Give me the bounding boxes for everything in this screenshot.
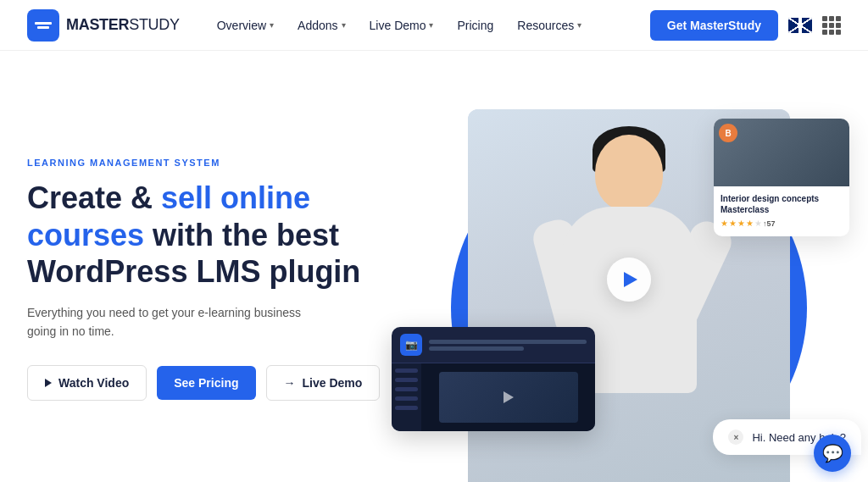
course-card-image: B xyxy=(714,119,849,186)
language-flag-icon[interactable] xyxy=(788,18,812,33)
hero-title: Create & sell online courses with the be… xyxy=(27,180,417,290)
hero-eyebrow: LEARNING MANAGEMENT SYSTEM xyxy=(27,158,417,168)
arrow-right-icon: → xyxy=(284,376,296,390)
watch-video-button[interactable]: Watch Video xyxy=(27,365,147,401)
nav-links: Overview ▾ Addons ▾ Live Demo ▾ Pricing … xyxy=(207,12,650,39)
zoom-icon: 📷 xyxy=(400,334,422,356)
nav-item-livedemo[interactable]: Live Demo ▾ xyxy=(359,12,444,39)
chat-icon: 💬 xyxy=(822,443,843,463)
navbar: MASTERSTUDY Overview ▾ Addons ▾ Live Dem… xyxy=(0,0,868,51)
zoom-play-icon xyxy=(504,391,514,403)
chevron-down-icon: ▾ xyxy=(429,20,433,30)
hero-play-button[interactable] xyxy=(607,258,651,302)
chat-bot-button[interactable]: 💬 xyxy=(814,435,851,472)
chevron-down-icon: ▾ xyxy=(577,20,581,30)
person-head xyxy=(595,135,663,211)
hero-buttons: Watch Video See Pricing → Live Demo xyxy=(27,365,417,401)
course-student-count: ↑57 xyxy=(763,219,776,228)
nav-right: Get MasterStudy xyxy=(650,10,841,41)
get-masterstudy-button[interactable]: Get MasterStudy xyxy=(650,10,778,41)
nav-item-pricing[interactable]: Pricing xyxy=(447,12,504,39)
hero-subtitle: Everything you need to get your e-learni… xyxy=(27,303,315,341)
see-pricing-button[interactable]: See Pricing xyxy=(157,366,255,400)
nav-item-overview[interactable]: Overview ▾ xyxy=(207,12,284,39)
course-stars: ★ ★ ★ ★ ★ ↑57 xyxy=(721,219,843,228)
course-card: B Interior design concepts Masterclass ★… xyxy=(714,119,849,236)
nav-item-resources[interactable]: Resources ▾ xyxy=(507,12,592,39)
nav-item-addons[interactable]: Addons ▾ xyxy=(287,12,355,39)
live-demo-button[interactable]: → Live Demo xyxy=(266,365,381,401)
chevron-down-icon: ▾ xyxy=(270,20,274,30)
apps-grid-icon[interactable] xyxy=(822,16,841,35)
hero-title-part1: Create & xyxy=(27,180,161,215)
logo[interactable]: MASTERSTUDY xyxy=(27,9,180,42)
brand-name: MASTERSTUDY xyxy=(66,16,180,34)
blender-badge: B xyxy=(719,124,737,142)
chevron-down-icon: ▾ xyxy=(342,20,346,30)
play-triangle-icon xyxy=(624,272,637,287)
hero-section: LEARNING MANAGEMENT SYSTEM Create & sell… xyxy=(0,51,868,482)
hero-left: LEARNING MANAGEMENT SYSTEM Create & sell… xyxy=(27,158,417,400)
logo-icon xyxy=(27,9,59,42)
video-platform-card: 📷 xyxy=(392,327,595,431)
chat-close-button[interactable]: × xyxy=(728,429,743,445)
zoom-video-thumbnail xyxy=(439,372,578,423)
play-icon xyxy=(45,379,52,387)
course-card-title: Interior design concepts Masterclass xyxy=(721,193,843,215)
